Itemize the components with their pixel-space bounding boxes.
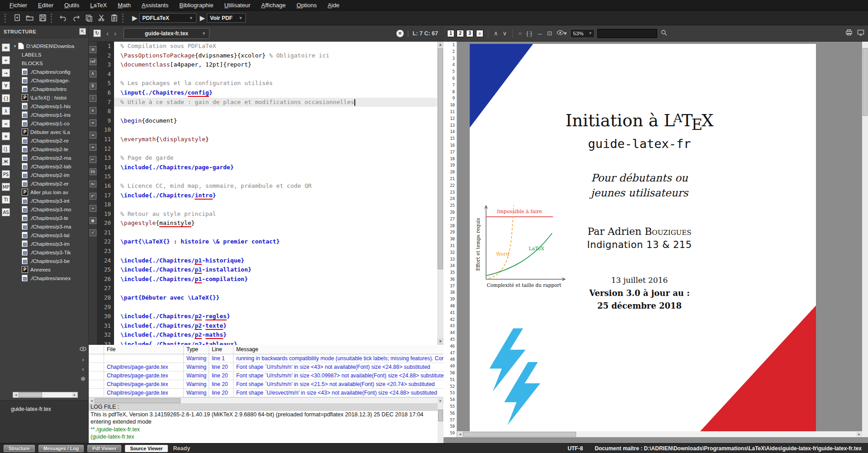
menu-item-fichier[interactable]: Fichier (5, 0, 32, 10)
scroll-up-icon[interactable]: ▲ (437, 42, 444, 48)
editor-tool-icon[interactable]: A (90, 71, 96, 77)
tree-item[interactable]: ./Chapitres/p3-Tik (12, 248, 89, 257)
editor-tool-icon[interactable]: ≡ (90, 132, 96, 138)
pdf-horizontal-scrollbar[interactable]: ◂ ▸ (457, 431, 862, 437)
symbol-tab[interactable]: λ (2, 107, 10, 115)
symbol-tab[interactable]: Ж (2, 157, 10, 166)
menu-item-affichage[interactable]: Affichage (256, 0, 291, 10)
editor-line[interactable] (120, 228, 437, 238)
editor-tool-icon[interactable]: ≡ (90, 119, 96, 126)
page-layout-button-3[interactable]: 3 (466, 30, 473, 37)
scroll-right-icon[interactable]: ▸ (72, 392, 77, 397)
editor-tool-icon[interactable]: ▦ (90, 217, 96, 224)
editor-tool-icon[interactable]: ÷ (90, 205, 96, 212)
editor-line[interactable]: \everymath{\displaystyle} (120, 135, 437, 144)
symbol-tab[interactable]: ∀ (2, 81, 10, 90)
scrollbar-thumb[interactable] (463, 432, 576, 437)
statusbar-tab-messages-log[interactable]: Messages / Log (38, 445, 84, 452)
editor-line[interactable]: % Les packages et la configuration utili… (120, 79, 437, 88)
statusbar-tab-structure[interactable]: Structure (4, 445, 35, 452)
cut-icon[interactable] (96, 13, 107, 24)
scroll-right-icon[interactable]: ▸ (856, 432, 862, 437)
symbol-tab[interactable]: ≡ (2, 43, 10, 52)
view-mode-select[interactable]: Voir PDF▼ (207, 13, 246, 23)
next-page-icon[interactable]: ∨ (502, 30, 508, 37)
page-layout-button-2[interactable]: 2 (457, 30, 464, 37)
symbol-tab[interactable]: ✳ (2, 132, 10, 140)
editor-line[interactable]: \part{\LaTeX{} : histoire \& premier con… (120, 237, 437, 247)
symbol-tab[interactable]: PS (2, 170, 10, 178)
undo-button[interactable] (58, 13, 69, 24)
message-row[interactable]: Chapitres/page-garde.texWarningline 20Fo… (89, 389, 444, 397)
editor-line[interactable]: % Licence CC, mind map, sommaire, préamb… (120, 181, 437, 191)
scroll-left-icon[interactable]: ◂ (89, 398, 95, 403)
tree-item[interactable]: ./Chapitres/p3-ma (12, 222, 89, 231)
tree-item[interactable]: ./Chapitres/p3-te (12, 214, 89, 222)
tree-item[interactable]: Débuter avec \La (12, 128, 89, 136)
editor-line[interactable]: \include{./Chapitres/p2-maths} (120, 330, 437, 340)
tree-item[interactable]: ./Chapitres/p2-im (12, 171, 89, 179)
external-viewer-icon[interactable] (857, 29, 864, 38)
editor-line[interactable] (120, 70, 437, 79)
panel-detach-icon[interactable]: ⇱ (79, 28, 86, 35)
zoom-level-select[interactable]: 53%▼ (570, 29, 595, 38)
pdf-page[interactable]: Initiation à LATEX guide-latex-fr Pour d… (470, 44, 816, 436)
copy-icon[interactable] (83, 13, 94, 24)
save-button[interactable] (37, 13, 48, 24)
redo-button[interactable] (71, 13, 81, 24)
editor-line[interactable] (120, 172, 437, 181)
scrollbar-thumb[interactable] (863, 48, 868, 116)
editor-line[interactable] (120, 247, 437, 256)
compile-mode-select[interactable]: PDFLaTeX▼ (139, 13, 196, 23)
eye-icon[interactable] (80, 345, 86, 353)
editor-tool-icon[interactable]: ≡ (90, 144, 96, 151)
editor-tool-icon[interactable]: i (90, 95, 96, 102)
editor-tool-icon[interactable]: x₂ (90, 181, 96, 187)
tree-item[interactable]: ./Chapitres/config (12, 67, 89, 76)
editor-line[interactable]: \include{./Chapitres/p1-compilation} (120, 275, 437, 284)
symbol-tab[interactable]: (]. (2, 145, 10, 153)
tree-item[interactable]: ./Chapitres/p3-tal (12, 231, 89, 239)
menu-item-aide[interactable]: Aide (323, 0, 344, 10)
menu-item-options[interactable]: Options (291, 0, 322, 10)
editor-line[interactable] (120, 303, 437, 312)
editor-line[interactable]: \PassOptionsToPackage{dvipsnames}{xcolor… (120, 51, 437, 61)
new-document-button[interactable] (12, 13, 23, 24)
tree-item[interactable]: ▾D:\ADRIEN\Downloa (12, 42, 89, 50)
editor-tool-icon[interactable]: ⊞ (90, 46, 96, 53)
run-compile-button[interactable]: ▶ (132, 14, 138, 22)
editor-tool-icon[interactable]: $$ (90, 168, 96, 175)
tree-item[interactable]: ./Chapitres/page- (12, 76, 89, 85)
editor-line[interactable]: \include{./Chapitres/p1-historique} (120, 256, 437, 266)
page-layout-button-1[interactable]: 1 (447, 30, 454, 37)
open-file-item[interactable]: guide-latex-fr.tex (0, 401, 89, 412)
symbol-tab[interactable]: ∞ (2, 119, 10, 128)
editor-tool-icon[interactable]: √ (90, 229, 96, 236)
editor-tool-icon[interactable]: B (90, 83, 96, 90)
editor-line[interactable]: \documentclass[a4paper, 12pt]{report} (120, 60, 437, 70)
tree-item[interactable]: ./Chapitres/p3-int (12, 196, 89, 205)
editor-line[interactable]: \pagestyle{mainstyle} (120, 219, 437, 228)
document-tab[interactable]: guide-latex-fr.tex ▼ (124, 28, 210, 39)
editor-line[interactable] (120, 107, 437, 116)
clear-messages-icon[interactable]: ⊗ (81, 376, 86, 381)
continuous-layout-button[interactable]: ≡ (476, 30, 483, 37)
tree-item[interactable]: ./Chapitres/p1-ins (12, 110, 89, 119)
editor-line[interactable]: % Utile à ce stade : gain de place et mo… (114, 98, 437, 107)
tree-expand-caret[interactable]: ▾ (12, 44, 18, 48)
scroll-down-icon[interactable]: ▼ (437, 339, 444, 345)
message-row[interactable]: Chapitres/page-garde.texWarningline 20Fo… (89, 380, 444, 389)
open-folder-button[interactable] (24, 13, 35, 24)
presentation-eye-icon[interactable]: ▾ (556, 30, 568, 37)
editor-line[interactable]: \include{./Chapitres/p2-regles} (120, 312, 437, 321)
paste-icon[interactable] (109, 13, 119, 24)
column-header[interactable] (89, 345, 104, 354)
previous-page-icon[interactable]: ∧ (493, 30, 499, 37)
editor-line[interactable]: \input{./Chapitres/config} (120, 88, 437, 98)
tree-item[interactable]: ./Chapitres/annex (12, 274, 89, 282)
symbol-tab[interactable]: {} (2, 94, 10, 102)
editor-line[interactable] (120, 200, 437, 210)
column-header[interactable]: Message (234, 345, 444, 354)
tree-item[interactable]: ./Chapitres/intro (12, 85, 89, 93)
menu-item-assistants[interactable]: Assistants (137, 0, 173, 10)
